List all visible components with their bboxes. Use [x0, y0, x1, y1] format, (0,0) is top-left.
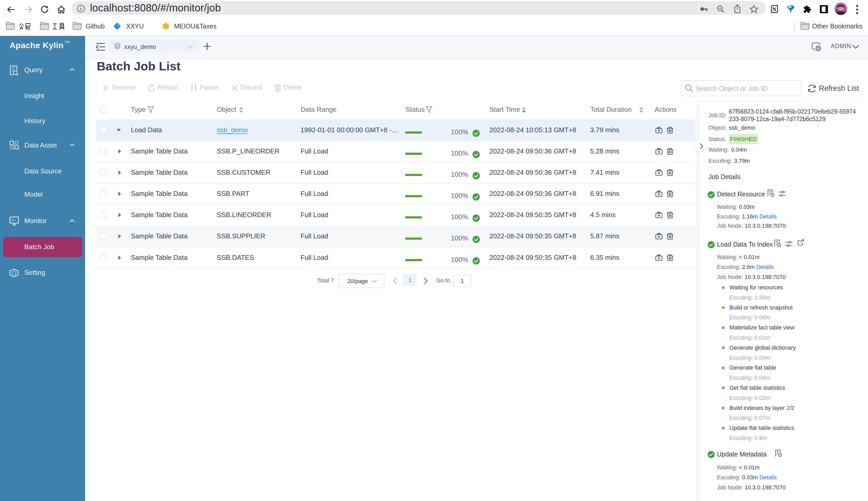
svg-text:N: N: [772, 7, 777, 12]
